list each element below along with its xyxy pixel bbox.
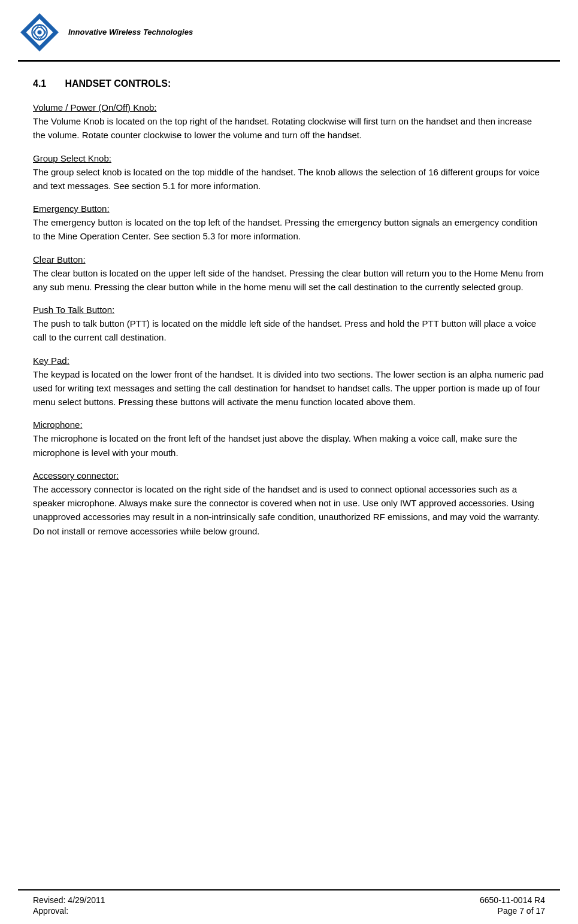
page-info: Page 7 of 17: [498, 906, 545, 916]
control-heading-clear: Clear Button:: [33, 254, 545, 265]
logo-container: Innovative Wireless Technologies: [18, 11, 193, 54]
control-clear: Clear Button: The clear button is locate…: [33, 254, 545, 294]
footer-left: Revised: 4/29/2011 Approval:: [33, 895, 105, 916]
company-name: Innovative Wireless Technologies: [68, 28, 193, 38]
approval-label: Approval:: [33, 906, 105, 916]
doc-number: 6650-11-0014 R4: [480, 895, 545, 905]
footer-right: 6650-11-0014 R4 Page 7 of 17: [480, 895, 545, 916]
revised-label: Revised: 4/29/2011: [33, 895, 105, 905]
footer: Revised: 4/29/2011 Approval: 6650-11-001…: [0, 890, 578, 924]
section-heading: HANDSET CONTROLS:: [65, 78, 171, 89]
control-heading-group-select: Group Select Knob:: [33, 153, 545, 163]
control-body-clear: The clear button is located on the upper…: [33, 266, 545, 294]
main-content: 4.1 HANDSET CONTROLS: Volume / Power (On…: [0, 62, 578, 743]
page-container: Innovative Wireless Technologies 4.1 HAN…: [0, 0, 578, 924]
control-keypad: Key Pad: The keypad is located on the lo…: [33, 355, 545, 409]
control-body-keypad: The keypad is located on the lower front…: [33, 367, 545, 409]
control-body-accessory: The accessory connector is located on th…: [33, 482, 545, 538]
control-body-emergency: The emergency button is located on the t…: [33, 215, 545, 244]
control-heading-volume: Volume / Power (On/Off) Knob:: [33, 102, 545, 113]
control-heading-keypad: Key Pad:: [33, 355, 545, 366]
control-heading-emergency: Emergency Button:: [33, 203, 545, 214]
section-number: 4.1: [33, 78, 46, 89]
company-logo-icon: [18, 11, 61, 54]
control-ptt: Push To Talk Button: The push to talk bu…: [33, 305, 545, 345]
control-body-ptt: The push to talk button (PTT) is located…: [33, 317, 545, 345]
control-volume: Volume / Power (On/Off) Knob: The Volume…: [33, 102, 545, 142]
header: Innovative Wireless Technologies: [0, 0, 578, 60]
control-body-volume: The Volume Knob is located on the top ri…: [33, 114, 545, 142]
svg-point-4: [37, 30, 41, 34]
control-emergency: Emergency Button: The emergency button i…: [33, 203, 545, 244]
control-accessory: Accessory connector: The accessory conne…: [33, 470, 545, 538]
section-title: 4.1 HANDSET CONTROLS:: [33, 78, 545, 89]
control-body-microphone: The microphone is located on the front l…: [33, 431, 545, 460]
control-heading-accessory: Accessory connector:: [33, 470, 545, 481]
control-microphone: Microphone: The microphone is located on…: [33, 420, 545, 460]
control-heading-microphone: Microphone:: [33, 420, 545, 430]
control-heading-ptt: Push To Talk Button:: [33, 305, 545, 315]
control-body-group-select: The group select knob is located on the …: [33, 165, 545, 193]
controls-list: Volume / Power (On/Off) Knob: The Volume…: [33, 102, 545, 538]
control-group-select: Group Select Knob: The group select knob…: [33, 153, 545, 193]
